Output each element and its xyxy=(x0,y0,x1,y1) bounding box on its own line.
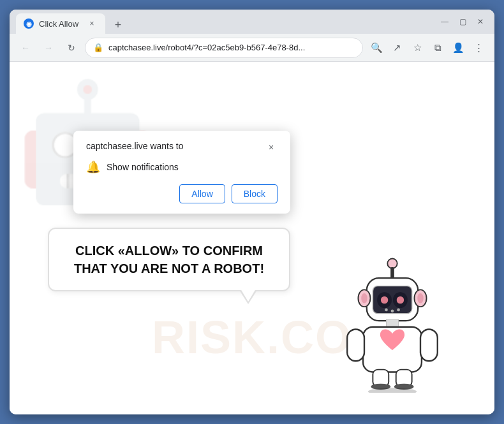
browser-window: ◉ Click Allow × + — ▢ ✕ ← → ↻ 🔒 captchas… xyxy=(10,10,494,414)
notification-popup: captchasee.live wants to × 🔔 Show notifi… xyxy=(73,131,290,214)
back-button[interactable]: ← xyxy=(16,38,35,57)
profile-icon-button[interactable]: 👤 xyxy=(448,38,468,57)
toolbar-actions: 🔍 ↗ ☆ ⧉ 👤 ⋮ xyxy=(367,38,488,57)
address-text: captchasee.live/robot4/?c=02ac5eb9-b567-… xyxy=(108,43,355,52)
bell-icon: 🔔 xyxy=(86,160,100,174)
title-bar: ◉ Click Allow × + — ▢ ✕ xyxy=(10,10,494,34)
cta-text: CLICK «ALLOW» TO CONFIRM THAT YOU ARE NO… xyxy=(74,244,264,275)
popup-buttons: Allow Block xyxy=(86,184,278,203)
new-tab-button[interactable]: + xyxy=(109,16,127,34)
reload-button[interactable]: ↻ xyxy=(62,38,81,57)
svg-point-7 xyxy=(397,296,404,303)
popup-notification-row: 🔔 Show notifications xyxy=(86,160,278,174)
robot-illustration xyxy=(329,252,456,395)
svg-rect-17 xyxy=(347,330,364,362)
cta-speech-bubble: CLICK «ALLOW» TO CONFIRM THAT YOU ARE NO… xyxy=(48,228,290,291)
minimize-button[interactable]: — xyxy=(437,14,452,29)
tab-title: Click Allow xyxy=(39,19,78,29)
share-icon-button[interactable]: ↗ xyxy=(387,38,406,57)
content-area: RISK.CO 🤖 captchasee.live wants to × 🔔 S… xyxy=(10,62,494,414)
svg-point-12 xyxy=(361,293,367,303)
svg-point-8 xyxy=(385,309,388,312)
robot-svg xyxy=(329,252,456,393)
tab-close-button[interactable]: × xyxy=(86,18,98,29)
block-button[interactable]: Block xyxy=(232,184,278,203)
svg-rect-18 xyxy=(420,330,438,362)
tab-area: ◉ Click Allow × + xyxy=(16,10,434,34)
svg-point-10 xyxy=(397,309,400,312)
notification-label: Show notifications xyxy=(107,162,179,172)
popup-title: captchasee.live wants to xyxy=(86,141,184,151)
bookmark-icon-button[interactable]: ☆ xyxy=(408,38,427,57)
split-icon-button[interactable]: ⧉ xyxy=(428,38,447,57)
window-controls: — ▢ ✕ xyxy=(437,14,488,29)
tab-favicon: ◉ xyxy=(24,18,34,29)
allow-button[interactable]: Allow xyxy=(179,184,225,203)
svg-point-5 xyxy=(381,296,388,303)
more-icon-button[interactable]: ⋮ xyxy=(469,38,488,57)
search-icon-button[interactable]: 🔍 xyxy=(367,38,386,57)
close-button[interactable]: ✕ xyxy=(473,14,488,29)
svg-point-14 xyxy=(417,293,424,303)
address-bar[interactable]: 🔒 captchasee.live/robot4/?c=02ac5eb9-b56… xyxy=(85,38,363,58)
popup-close-button[interactable]: × xyxy=(265,141,278,154)
svg-point-9 xyxy=(391,309,394,312)
maximize-button[interactable]: ▢ xyxy=(455,14,470,29)
svg-point-0 xyxy=(387,259,397,268)
active-tab[interactable]: ◉ Click Allow × xyxy=(16,13,105,34)
toolbar: ← → ↻ 🔒 captchasee.live/robot4/?c=02ac5e… xyxy=(10,34,494,62)
lock-icon: 🔒 xyxy=(93,43,103,52)
popup-header: captchasee.live wants to × xyxy=(86,141,278,154)
forward-button[interactable]: → xyxy=(39,38,58,57)
